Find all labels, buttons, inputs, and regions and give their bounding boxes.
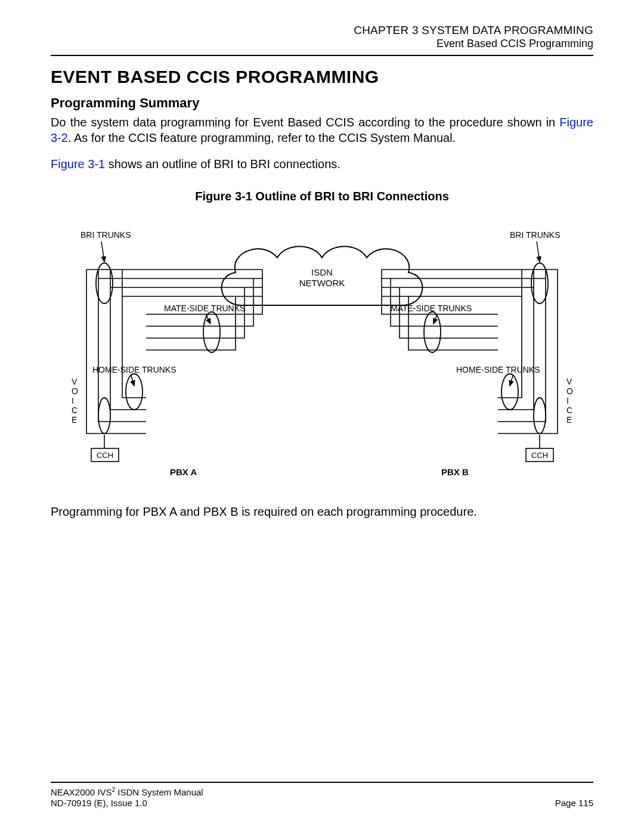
home-left-label: HOME-SIDE TRUNKS [92, 365, 177, 374]
pbx-b-label: PBX B [441, 467, 469, 477]
page-header: CHAPTER 3 SYSTEM DATA PROGRAMMING Event … [51, 24, 593, 50]
mate-right-label: MATE-SIDE TRUNKS [391, 304, 472, 313]
bri-trunks-right-label: BRI TRUNKS [510, 230, 561, 240]
footer-product-a: NEAX2000 IVS [51, 787, 112, 797]
para1-text-a: Do the system data programming for Event… [51, 116, 559, 129]
svg-point-4 [126, 374, 143, 410]
page-title: EVENT BASED CCIS PROGRAMMING [51, 67, 593, 87]
svg-point-7 [534, 398, 546, 433]
paragraph-2: Figure 3-1 shows an outline of BRI to BR… [51, 156, 593, 172]
svg-text:CCH: CCH [97, 451, 113, 460]
arrow-bri-left [101, 241, 104, 262]
isdn-label-2: NETWORK [299, 278, 345, 288]
document-page: CHAPTER 3 SYSTEM DATA PROGRAMMING Event … [0, 0, 644, 833]
svg-text:V: V [72, 377, 78, 386]
svg-text:V: V [566, 377, 572, 386]
svg-text:O: O [566, 386, 573, 396]
svg-point-3 [424, 312, 441, 352]
paragraph-1: Do the system data programming for Event… [51, 114, 593, 145]
svg-text:CCH: CCH [531, 451, 548, 460]
bri-connections-diagram: ISDN NETWORK [51, 213, 593, 487]
arrow-home-right [510, 376, 513, 386]
mate-left-label: MATE-SIDE TRUNKS [164, 304, 245, 313]
svg-point-6 [98, 398, 110, 433]
voice-left-label: VOICE [72, 377, 78, 425]
voice-right-label: VOICE [566, 377, 573, 425]
home-right-label: HOME-SIDE TRUNKS [456, 365, 540, 374]
pbx-a-label: PBX A [170, 467, 197, 477]
svg-point-2 [203, 312, 220, 352]
svg-point-5 [501, 374, 518, 410]
header-rule [51, 55, 593, 56]
header-section: Event Based CCIS Programming [51, 38, 593, 51]
isdn-label-1: ISDN [311, 267, 333, 277]
svg-text:I: I [72, 396, 74, 405]
svg-text:I: I [566, 396, 569, 405]
svg-text:E: E [72, 415, 77, 425]
diagram: ISDN NETWORK [51, 213, 593, 490]
footer-product-b: ISDN System Manual [115, 787, 203, 797]
figure-caption: Figure 3-1 Outline of BRI to BRI Connect… [51, 190, 593, 203]
bri-trunks-left-label: BRI TRUNKS [80, 230, 131, 240]
footer-docid: ND-70919 (E), Issue 1.0 [51, 798, 147, 808]
para1-text-b: . As for the CCIS feature programming, r… [68, 131, 456, 144]
header-chapter: CHAPTER 3 SYSTEM DATA PROGRAMMING [51, 24, 593, 38]
footer-page-number: Page 115 [555, 798, 593, 809]
svg-text:C: C [566, 405, 572, 415]
figure-3-1-link[interactable]: Figure 3-1 [51, 157, 105, 171]
arrow-mate-left [206, 314, 210, 324]
svg-text:O: O [72, 386, 78, 396]
arrow-bri-right [537, 241, 540, 262]
cch-right: CCH [526, 435, 553, 462]
svg-text:C: C [72, 405, 78, 415]
page-footer: NEAX2000 IVS2 ISDN System Manual ND-7091… [51, 777, 593, 810]
section-subtitle: Programming Summary [51, 95, 593, 111]
paragraph-3: Programming for PBX A and PBX B is requi… [51, 504, 593, 519]
footer-left: NEAX2000 IVS2 ISDN System Manual ND-7091… [51, 786, 203, 810]
svg-text:E: E [566, 415, 572, 425]
cch-left: CCH [91, 435, 119, 462]
arrow-mate-right [434, 314, 437, 324]
arrow-home-left [131, 376, 134, 386]
para2-text: shows an outline of BRI to BRI connectio… [105, 157, 340, 171]
